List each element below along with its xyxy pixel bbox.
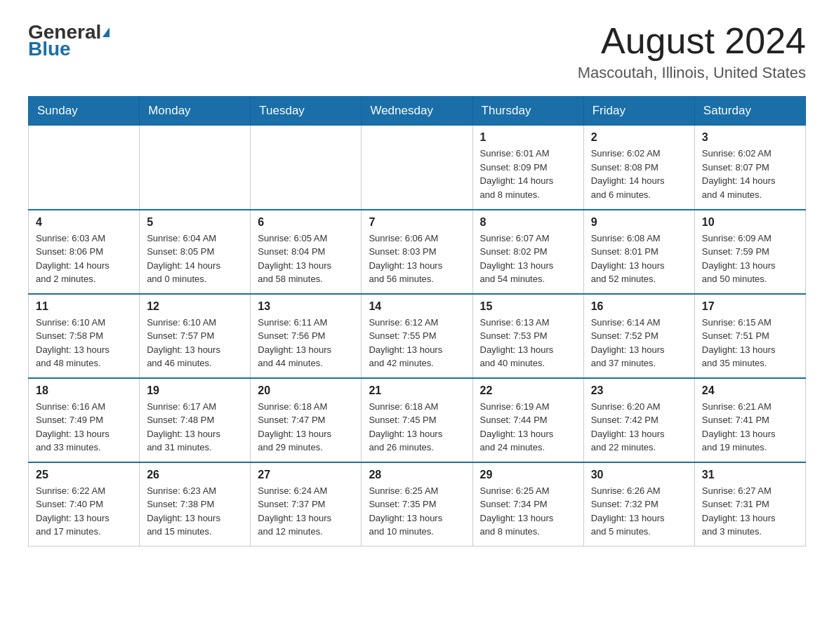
day-info: Sunrise: 6:01 AM Sunset: 8:09 PM Dayligh… bbox=[480, 147, 576, 201]
calendar-cell: 23Sunrise: 6:20 AM Sunset: 7:42 PM Dayli… bbox=[583, 378, 694, 462]
day-number: 3 bbox=[702, 131, 798, 144]
day-number: 27 bbox=[258, 469, 354, 481]
day-number: 1 bbox=[480, 131, 576, 144]
day-info: Sunrise: 6:13 AM Sunset: 7:53 PM Dayligh… bbox=[480, 316, 576, 370]
day-number: 11 bbox=[36, 300, 132, 313]
calendar-cell: 4Sunrise: 6:03 AM Sunset: 8:06 PM Daylig… bbox=[29, 210, 140, 294]
calendar-week-row: 18Sunrise: 6:16 AM Sunset: 7:49 PM Dayli… bbox=[29, 378, 806, 462]
day-info: Sunrise: 6:23 AM Sunset: 7:38 PM Dayligh… bbox=[147, 484, 243, 539]
day-number: 18 bbox=[36, 384, 132, 397]
day-number: 29 bbox=[480, 469, 576, 481]
weekday-header-row: SundayMondayTuesdayWednesdayThursdayFrid… bbox=[29, 97, 806, 126]
day-number: 30 bbox=[591, 469, 687, 481]
day-number: 20 bbox=[258, 384, 354, 397]
day-number: 26 bbox=[147, 469, 243, 481]
calendar-cell: 11Sunrise: 6:10 AM Sunset: 7:58 PM Dayli… bbox=[29, 294, 140, 378]
day-info: Sunrise: 6:20 AM Sunset: 7:42 PM Dayligh… bbox=[591, 400, 687, 455]
day-number: 9 bbox=[591, 216, 687, 229]
day-info: Sunrise: 6:15 AM Sunset: 7:51 PM Dayligh… bbox=[702, 316, 798, 370]
day-number: 28 bbox=[369, 469, 465, 481]
day-number: 7 bbox=[369, 216, 465, 229]
day-info: Sunrise: 6:10 AM Sunset: 7:58 PM Dayligh… bbox=[36, 316, 132, 370]
day-info: Sunrise: 6:25 AM Sunset: 7:35 PM Dayligh… bbox=[369, 484, 465, 539]
logo-triangle-icon bbox=[102, 27, 110, 37]
calendar-cell: 20Sunrise: 6:18 AM Sunset: 7:47 PM Dayli… bbox=[251, 378, 362, 462]
weekday-header-friday: Friday bbox=[583, 97, 694, 126]
calendar-cell: 6Sunrise: 6:05 AM Sunset: 8:04 PM Daylig… bbox=[251, 210, 362, 294]
day-number: 14 bbox=[369, 300, 465, 313]
day-info: Sunrise: 6:08 AM Sunset: 8:01 PM Dayligh… bbox=[591, 232, 687, 286]
weekday-header-tuesday: Tuesday bbox=[251, 97, 362, 126]
day-number: 4 bbox=[36, 216, 132, 229]
day-info: Sunrise: 6:10 AM Sunset: 7:57 PM Dayligh… bbox=[147, 316, 243, 370]
day-info: Sunrise: 6:12 AM Sunset: 7:55 PM Dayligh… bbox=[369, 316, 465, 370]
calendar-cell: 17Sunrise: 6:15 AM Sunset: 7:51 PM Dayli… bbox=[694, 294, 805, 378]
calendar-cell: 9Sunrise: 6:08 AM Sunset: 8:01 PM Daylig… bbox=[583, 210, 694, 294]
day-info: Sunrise: 6:05 AM Sunset: 8:04 PM Dayligh… bbox=[258, 232, 354, 286]
weekday-header-saturday: Saturday bbox=[694, 97, 805, 126]
calendar-cell: 30Sunrise: 6:26 AM Sunset: 7:32 PM Dayli… bbox=[583, 462, 694, 546]
day-info: Sunrise: 6:16 AM Sunset: 7:49 PM Dayligh… bbox=[36, 400, 132, 455]
calendar-cell: 16Sunrise: 6:14 AM Sunset: 7:52 PM Dayli… bbox=[583, 294, 694, 378]
calendar-cell: 2Sunrise: 6:02 AM Sunset: 8:08 PM Daylig… bbox=[583, 126, 694, 210]
day-info: Sunrise: 6:18 AM Sunset: 7:45 PM Dayligh… bbox=[369, 400, 465, 455]
title-section: August 2024 Mascoutah, Illinois, United … bbox=[578, 21, 806, 82]
calendar-table: SundayMondayTuesdayWednesdayThursdayFrid… bbox=[28, 96, 806, 546]
page-header: General Blue August 2024 Mascoutah, Illi… bbox=[28, 21, 806, 82]
weekday-header-monday: Monday bbox=[140, 97, 251, 126]
month-title: August 2024 bbox=[578, 21, 806, 61]
calendar-cell: 14Sunrise: 6:12 AM Sunset: 7:55 PM Dayli… bbox=[362, 294, 472, 378]
day-info: Sunrise: 6:02 AM Sunset: 8:07 PM Dayligh… bbox=[702, 147, 798, 201]
day-info: Sunrise: 6:07 AM Sunset: 8:02 PM Dayligh… bbox=[480, 232, 576, 286]
calendar-cell: 27Sunrise: 6:24 AM Sunset: 7:37 PM Dayli… bbox=[251, 462, 362, 546]
day-info: Sunrise: 6:09 AM Sunset: 7:59 PM Dayligh… bbox=[702, 232, 798, 286]
day-info: Sunrise: 6:02 AM Sunset: 8:08 PM Dayligh… bbox=[591, 147, 687, 201]
calendar-cell: 7Sunrise: 6:06 AM Sunset: 8:03 PM Daylig… bbox=[362, 210, 472, 294]
day-info: Sunrise: 6:14 AM Sunset: 7:52 PM Dayligh… bbox=[591, 316, 687, 370]
calendar-cell: 18Sunrise: 6:16 AM Sunset: 7:49 PM Dayli… bbox=[29, 378, 140, 462]
day-number: 31 bbox=[702, 469, 798, 481]
calendar-week-row: 11Sunrise: 6:10 AM Sunset: 7:58 PM Dayli… bbox=[29, 294, 806, 378]
calendar-cell: 24Sunrise: 6:21 AM Sunset: 7:41 PM Dayli… bbox=[694, 378, 805, 462]
day-info: Sunrise: 6:27 AM Sunset: 7:31 PM Dayligh… bbox=[702, 484, 798, 539]
day-number: 22 bbox=[480, 384, 576, 397]
day-number: 13 bbox=[258, 300, 354, 313]
day-number: 16 bbox=[591, 300, 687, 313]
day-info: Sunrise: 6:04 AM Sunset: 8:05 PM Dayligh… bbox=[147, 232, 243, 286]
day-info: Sunrise: 6:11 AM Sunset: 7:56 PM Dayligh… bbox=[258, 316, 354, 370]
day-number: 23 bbox=[591, 384, 687, 397]
day-info: Sunrise: 6:21 AM Sunset: 7:41 PM Dayligh… bbox=[702, 400, 798, 455]
weekday-header-thursday: Thursday bbox=[472, 97, 583, 126]
calendar-cell: 31Sunrise: 6:27 AM Sunset: 7:31 PM Dayli… bbox=[694, 462, 805, 546]
calendar-cell: 10Sunrise: 6:09 AM Sunset: 7:59 PM Dayli… bbox=[694, 210, 805, 294]
calendar-week-row: 1Sunrise: 6:01 AM Sunset: 8:09 PM Daylig… bbox=[29, 126, 806, 210]
calendar-cell: 8Sunrise: 6:07 AM Sunset: 8:02 PM Daylig… bbox=[472, 210, 583, 294]
logo-blue-text: Blue bbox=[28, 38, 71, 60]
calendar-cell bbox=[362, 126, 472, 210]
day-number: 6 bbox=[258, 216, 354, 229]
day-info: Sunrise: 6:18 AM Sunset: 7:47 PM Dayligh… bbox=[258, 400, 354, 455]
day-number: 10 bbox=[702, 216, 798, 229]
calendar-cell: 5Sunrise: 6:04 AM Sunset: 8:05 PM Daylig… bbox=[140, 210, 251, 294]
day-number: 24 bbox=[702, 384, 798, 397]
day-number: 21 bbox=[369, 384, 465, 397]
calendar-cell bbox=[140, 126, 251, 210]
calendar-cell: 19Sunrise: 6:17 AM Sunset: 7:48 PM Dayli… bbox=[140, 378, 251, 462]
calendar-cell: 3Sunrise: 6:02 AM Sunset: 8:07 PM Daylig… bbox=[694, 126, 805, 210]
calendar-cell: 12Sunrise: 6:10 AM Sunset: 7:57 PM Dayli… bbox=[140, 294, 251, 378]
day-info: Sunrise: 6:26 AM Sunset: 7:32 PM Dayligh… bbox=[591, 484, 687, 539]
day-info: Sunrise: 6:17 AM Sunset: 7:48 PM Dayligh… bbox=[147, 400, 243, 455]
calendar-cell: 1Sunrise: 6:01 AM Sunset: 8:09 PM Daylig… bbox=[472, 126, 583, 210]
day-number: 12 bbox=[147, 300, 243, 313]
calendar-cell: 15Sunrise: 6:13 AM Sunset: 7:53 PM Dayli… bbox=[472, 294, 583, 378]
calendar-week-row: 25Sunrise: 6:22 AM Sunset: 7:40 PM Dayli… bbox=[29, 462, 806, 546]
day-number: 15 bbox=[480, 300, 576, 313]
calendar-cell: 21Sunrise: 6:18 AM Sunset: 7:45 PM Dayli… bbox=[362, 378, 472, 462]
calendar-cell: 28Sunrise: 6:25 AM Sunset: 7:35 PM Dayli… bbox=[362, 462, 472, 546]
day-number: 5 bbox=[147, 216, 243, 229]
day-number: 25 bbox=[36, 469, 132, 481]
calendar-cell: 22Sunrise: 6:19 AM Sunset: 7:44 PM Dayli… bbox=[472, 378, 583, 462]
calendar-week-row: 4Sunrise: 6:03 AM Sunset: 8:06 PM Daylig… bbox=[29, 210, 806, 294]
calendar-cell: 26Sunrise: 6:23 AM Sunset: 7:38 PM Dayli… bbox=[140, 462, 251, 546]
day-number: 17 bbox=[702, 300, 798, 313]
